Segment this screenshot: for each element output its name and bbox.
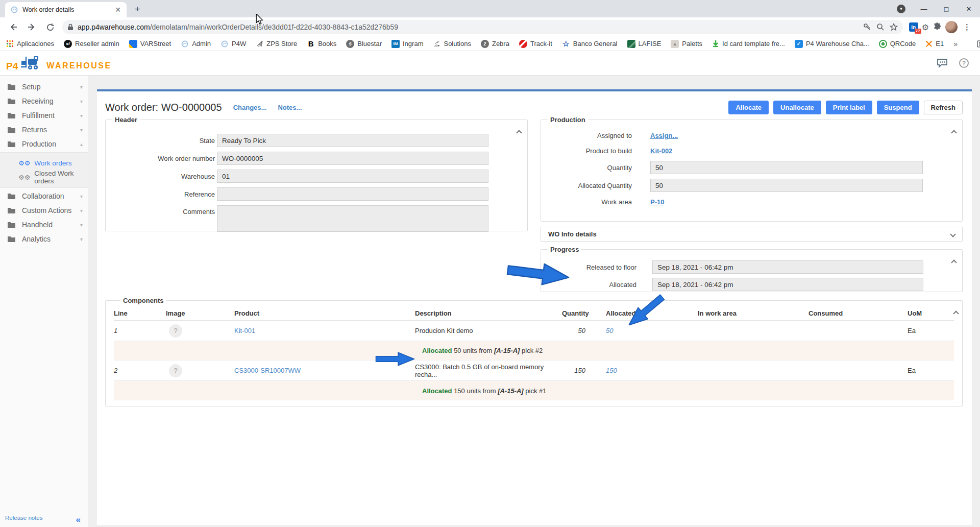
unallocate-button[interactable]: Unallocate [773, 101, 821, 114]
sidebar-collapse-icon[interactable]: « [76, 515, 81, 525]
profile-avatar[interactable] [945, 21, 958, 33]
bookmark-item[interactable]: P4W [220, 40, 246, 48]
browser-tab[interactable]: Work order details ✕ [5, 2, 127, 17]
bookmark-item[interactable]: VARStreet [129, 40, 171, 48]
suspend-button[interactable]: Suspend [877, 101, 919, 114]
changes-link[interactable]: Changes... [233, 104, 267, 111]
bookmark-star-icon[interactable] [890, 23, 898, 31]
sidebar-item-setup[interactable]: Setup▾ [0, 80, 88, 94]
bookmark-item[interactable]: zZebra [481, 40, 509, 48]
folder-icon [7, 193, 16, 200]
image-placeholder-icon[interactable]: ? [169, 364, 182, 377]
collapse-chevron-icon[interactable] [517, 128, 521, 137]
extensions-puzzle-icon[interactable] [933, 22, 942, 32]
image-placeholder-icon[interactable]: ? [169, 324, 182, 338]
browser-menu-icon[interactable]: ⋮ [961, 22, 973, 32]
reference-field[interactable] [217, 187, 488, 201]
released-to-floor-field[interactable] [652, 260, 923, 274]
bookmark-item[interactable]: Id card template fre... [712, 40, 785, 47]
bookmarks-overflow-chevron[interactable]: » [953, 40, 958, 48]
progress-section: Progress Released to floor Allocated [541, 246, 963, 292]
forklift-icon [20, 56, 41, 71]
p4-mark-icon [181, 40, 189, 48]
im-badge-icon: IM [391, 40, 400, 48]
bookmark-item[interactable]: sfReseller admin [64, 40, 119, 48]
sidebar-item-custom-actions[interactable]: Custom Actions▾ [0, 203, 88, 218]
apps-shortcut[interactable]: Aplicaciones [6, 40, 54, 47]
back-button[interactable] [6, 20, 20, 34]
wo-info-details-panel[interactable]: WO Info details [541, 227, 963, 242]
bookmark-item[interactable]: IMIngram [391, 40, 423, 48]
release-notes-link[interactable]: Release notes [5, 515, 43, 521]
forward-button[interactable] [24, 20, 39, 34]
linkedin-extension-icon[interactable]: in77 [909, 22, 918, 32]
allocate-button[interactable]: Allocate [728, 101, 769, 114]
bookmark-item[interactable]: BBooks [307, 40, 336, 48]
sidebar-item-returns[interactable]: Returns▾ [0, 123, 88, 137]
released-to-floor-label: Released to floor [541, 264, 636, 271]
production-section: Production Assigned to Assign... Product… [541, 116, 963, 222]
bookmark-item[interactable]: ▲Paletts [671, 40, 702, 48]
print-label-button[interactable]: Print label [826, 101, 872, 114]
allocated-date-field[interactable] [652, 278, 923, 291]
bookmark-item[interactable]: ☆Banco General [562, 40, 618, 48]
comments-label: Comments [106, 208, 215, 215]
feather-icon [256, 40, 263, 47]
gears-icon: ⚙⚙ [18, 174, 30, 181]
sidebar-item-fulfillment[interactable]: Fulfillment▾ [0, 108, 88, 123]
lock-icon [67, 23, 74, 31]
state-field[interactable] [217, 134, 488, 147]
chevron-down-icon: ▾ [80, 194, 83, 199]
url-bar[interactable]: app.p4warehouse.com/demolatam/main/workO… [62, 20, 903, 34]
product-link[interactable]: Kit-001 [234, 327, 415, 334]
maximize-button[interactable]: ◻ [935, 0, 958, 17]
wo-number-field[interactable] [217, 152, 488, 165]
reading-list-button[interactable]: Lista de lectura [977, 40, 980, 47]
bookmark-item[interactable]: E1 [925, 40, 944, 47]
allocated-count-link[interactable]: 50 [606, 327, 698, 334]
comments-field[interactable] [217, 205, 488, 232]
bookmark-item[interactable]: ✓P4 Warehouse Cha... [795, 40, 869, 48]
sidebar-item-collaboration[interactable]: Collaboration▾ [0, 189, 88, 203]
sidebar-item-production[interactable]: Production▴ [0, 137, 88, 151]
product-link[interactable]: CS3000-SR10007WW [234, 367, 415, 374]
sidebar-item-analytics[interactable]: Analytics▾ [0, 232, 88, 246]
sidebar-item-receiving[interactable]: Receiving▾ [0, 94, 88, 108]
collapse-chevron-icon[interactable] [952, 257, 956, 267]
quantity-field[interactable] [650, 161, 923, 174]
sidebar-item-closed-work-orders[interactable]: ⚙⚙ Closed Work orders [0, 170, 88, 184]
tab-close-icon[interactable]: ✕ [113, 5, 122, 14]
bookmark-item[interactable]: LAFISE [627, 40, 662, 48]
reference-label: Reference [106, 190, 215, 198]
help-icon[interactable]: ? [959, 58, 969, 68]
chevron-down-icon: ▾ [80, 236, 83, 242]
close-button[interactable]: ✕ [958, 0, 980, 17]
extension-gear-icon[interactable]: ⚙ [922, 22, 929, 32]
allocated-count-link[interactable]: 150 [606, 367, 698, 374]
collapse-chevron-icon[interactable] [952, 128, 956, 137]
bookmark-item[interactable]: ZPS Store [256, 40, 297, 47]
password-key-icon[interactable] [863, 23, 871, 31]
tab-search-button[interactable]: ▾ [897, 5, 905, 13]
bookmark-item[interactable]: sBluestar [346, 40, 382, 48]
minimize-button[interactable]: ― [913, 0, 935, 17]
new-tab-button[interactable]: + [131, 4, 144, 15]
bookmark-item[interactable]: Solutions [433, 40, 471, 47]
work-area-link[interactable]: P-10 [650, 198, 664, 206]
warehouse-field[interactable] [217, 170, 488, 183]
bookmark-item[interactable]: Track-it [519, 40, 552, 48]
sidebar-item-handheld[interactable]: Handheld▾ [0, 218, 88, 232]
allocated-quantity-field[interactable] [650, 179, 923, 192]
product-to-build-link[interactable]: Kit-002 [650, 147, 672, 155]
zoom-search-icon[interactable] [876, 23, 885, 31]
reload-button[interactable] [43, 20, 57, 34]
refresh-button[interactable]: Refresh [924, 101, 963, 114]
assign-link[interactable]: Assign... [650, 132, 678, 139]
production-submenu: ⚙⚙ Work orders ⚙⚙ Closed Work orders [0, 152, 88, 188]
sidebar-item-work-orders[interactable]: ⚙⚙ Work orders [0, 156, 88, 170]
notes-link[interactable]: Notes... [278, 104, 302, 111]
bookmark-item[interactable]: Admin [181, 40, 211, 48]
bookmark-item[interactable]: QRCode [879, 40, 916, 48]
chat-icon[interactable] [937, 58, 948, 68]
collapse-chevron-icon[interactable] [954, 308, 958, 318]
